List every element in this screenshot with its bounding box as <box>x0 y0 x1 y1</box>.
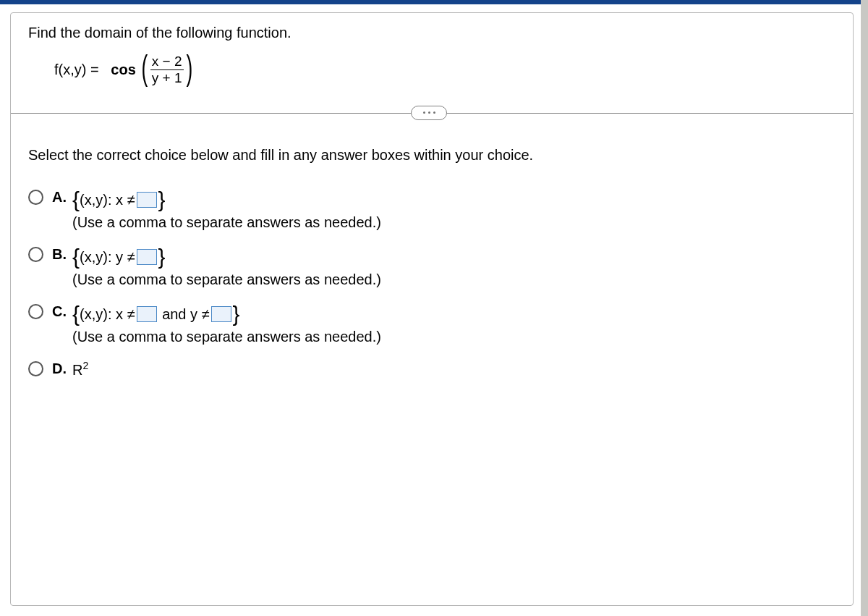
equation-func: cos <box>111 62 135 77</box>
expand-button[interactable] <box>411 106 447 120</box>
choice-b-letter: B. <box>52 245 72 263</box>
right-scrollbar[interactable] <box>861 0 868 616</box>
right-paren-icon: ) <box>186 54 192 82</box>
choice-b-expression: { (x,y): y ≠ } <box>72 245 166 270</box>
answer-input-b[interactable] <box>137 249 157 265</box>
fraction-numerator: x − 2 <box>150 54 184 69</box>
dot-icon <box>433 111 435 114</box>
fraction-group: ( x − 2 y + 1 ) <box>139 54 195 85</box>
dot-icon <box>423 111 425 114</box>
choice-c: C. { (x,y): x ≠ and y ≠ } (Use a comma t… <box>28 303 853 345</box>
question-card: Find the domain of the following functio… <box>10 12 854 606</box>
left-paren-icon: ( <box>141 54 148 82</box>
choice-a-letter: A. <box>52 188 72 206</box>
choice-d-body: R2 <box>72 360 88 379</box>
choice-d-base: R <box>72 362 82 378</box>
choice-b-hint: (Use a comma to separate answers as need… <box>72 271 381 288</box>
choice-c-mid-text: and y ≠ <box>162 306 209 323</box>
right-brace-icon: } <box>158 187 166 212</box>
fraction: x − 2 y + 1 <box>150 54 184 85</box>
choices-list: A. { (x,y): x ≠ } (Use a comma to separa… <box>11 188 853 379</box>
left-brace-icon: { <box>72 245 80 269</box>
dot-icon <box>428 111 430 114</box>
top-accent-bar <box>0 0 868 4</box>
choice-c-hint: (Use a comma to separate answers as need… <box>72 329 381 345</box>
left-brace-icon: { <box>72 302 80 326</box>
choice-a-expression: { (x,y): x ≠ } <box>72 188 166 213</box>
choice-c-pre-text: (x,y): x ≠ <box>80 306 135 323</box>
fraction-denominator: y + 1 <box>150 69 184 85</box>
question-prompt: Find the domain of the following functio… <box>11 13 853 44</box>
choice-c-letter: C. <box>52 303 72 320</box>
equation-lhs-text: f(x,y) = <box>54 62 99 77</box>
choice-d-letter: D. <box>52 360 72 377</box>
radio-b[interactable] <box>28 247 43 262</box>
choice-b-body: { (x,y): y ≠ } (Use a comma to separate … <box>72 245 381 288</box>
answer-input-c2[interactable] <box>211 306 231 322</box>
choice-d: D. R2 <box>28 360 853 379</box>
radio-c[interactable] <box>28 304 43 319</box>
divider <box>11 113 853 114</box>
choice-c-expression: { (x,y): x ≠ and y ≠ } <box>72 303 240 327</box>
right-brace-icon: } <box>158 245 166 269</box>
equation: f(x,y) = cos ( x − 2 y + 1 ) <box>11 44 853 103</box>
choice-a: A. { (x,y): x ≠ } (Use a comma to separa… <box>28 188 853 231</box>
choice-a-pre-text: (x,y): x ≠ <box>80 192 135 208</box>
choice-a-body: { (x,y): x ≠ } (Use a comma to separate … <box>72 188 381 231</box>
equation-lhs: f(x,y) = cos <box>54 62 136 78</box>
left-brace-icon: { <box>72 187 80 212</box>
answer-input-c1[interactable] <box>137 306 157 322</box>
instruction-text: Select the correct choice below and fill… <box>11 147 853 188</box>
radio-a[interactable] <box>28 190 43 205</box>
choice-c-body: { (x,y): x ≠ and y ≠ } (Use a comma to s… <box>72 303 381 345</box>
choice-d-sup: 2 <box>82 360 88 371</box>
choice-a-hint: (Use a comma to separate answers as need… <box>72 214 381 231</box>
radio-d[interactable] <box>28 361 43 376</box>
right-brace-icon: } <box>233 302 240 326</box>
answer-input-a[interactable] <box>137 192 157 208</box>
choice-b-pre-text: (x,y): y ≠ <box>80 249 135 266</box>
choice-b: B. { (x,y): y ≠ } (Use a comma to separa… <box>28 245 853 288</box>
